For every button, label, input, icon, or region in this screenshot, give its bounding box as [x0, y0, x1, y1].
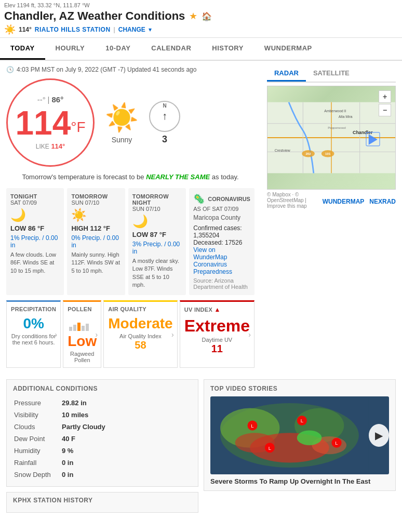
wind-speed: 3 — [149, 134, 180, 145]
humidity-label: Humidity — [14, 445, 61, 456]
rainfall-value: 0 in — [62, 457, 191, 468]
deceased-count: Deceased: 17526 — [193, 239, 250, 246]
conditions-table: Pressure 29.82 in Visibility 10 miles Cl… — [13, 396, 192, 481]
pressure-value: 29.82 in — [62, 397, 191, 408]
additional-title: ADDITIONAL CONDITIONS — [13, 385, 192, 392]
precipitation-arrow[interactable]: › — [55, 330, 58, 339]
ambient-temp: 86° — [52, 95, 64, 104]
header: Elev 1194 ft, 33.32 °N, 111.87 °W Chandl… — [0, 0, 402, 38]
temp-value: 114 — [15, 104, 71, 142]
visibility-row: Visibility 10 miles — [14, 409, 191, 420]
condition-label: Sunny — [105, 136, 139, 144]
forecast-text: Tomorrow's temperature is forecast to be… — [6, 173, 254, 181]
svg-text:L: L — [251, 423, 253, 429]
rainfall-row: Rainfall 0 in — [14, 457, 191, 468]
uv-arrow[interactable]: › — [248, 330, 251, 339]
air-quality-index-value: 58 — [108, 339, 172, 351]
wind-display: N ↑ 3 — [149, 101, 180, 145]
uv-alert-icon: ▲ — [214, 306, 220, 313]
weather-display: --° | 86° 114°F LIKE 114° ☀️ Sunny — [6, 78, 254, 167]
forecast-card-tonight: TONIGHT SAT 07/09 🌙 LOW 86 °F 1% Precip.… — [6, 188, 64, 295]
coronavirus-title: CORONAVIRUS — [208, 196, 250, 202]
video-map-visual: L L L L — [210, 396, 369, 474]
wundermap-link[interactable]: View on WunderMap — [193, 246, 250, 261]
map-svg: 101 202 Chandler Alta Mira Amberwood II … — [267, 86, 395, 189]
bottom-row: ADDITIONAL CONDITIONS Pressure 29.82 in … — [0, 379, 402, 518]
corona-source: Source: Arizona Department of Health — [193, 277, 250, 290]
air-quality-title: AIR QUALITY — [108, 306, 172, 312]
temperature-circle: --° | 86° 114°F LIKE 114° — [6, 78, 95, 167]
chevron-down-icon[interactable]: ▾ — [149, 26, 152, 33]
wundermap-link[interactable]: WUNDERMAP — [323, 198, 365, 205]
favorite-icon[interactable]: ★ — [189, 10, 197, 22]
zoom-out-button[interactable]: − — [379, 104, 391, 116]
dew-ambient: --° | 86° — [15, 95, 85, 104]
map-section: RADAR SATELLITE — [267, 66, 396, 209]
clouds-value: Partly Cloudy — [62, 421, 191, 432]
video-section: TOP VIDEO STORIES L L L — [204, 379, 396, 491]
additional-conditions: ADDITIONAL CONDITIONS Pressure 29.82 in … — [6, 379, 198, 487]
tab-today[interactable]: TODAY — [0, 38, 45, 60]
uv-title: UV INDEX ▲ — [184, 306, 250, 313]
right-panel: RADAR SATELLITE — [261, 61, 402, 379]
map-tab-radar[interactable]: RADAR — [267, 66, 306, 82]
zoom-in-button[interactable]: + — [379, 90, 391, 103]
pollen-arrow[interactable]: › — [96, 330, 98, 339]
humidity-row: Humidity 9 % — [14, 445, 191, 456]
card-title-tonight: TONIGHT — [10, 193, 60, 200]
tab-calendar[interactable]: CALENDAR — [141, 38, 202, 60]
card-precip-tomorrow[interactable]: 0% Precip. / 0.00 in — [71, 234, 120, 249]
visibility-label: Visibility — [14, 409, 61, 420]
video-title: TOP VIDEO STORIES — [210, 385, 389, 392]
kphx-title: KPHX STATION HISTORY — [13, 497, 192, 504]
card-title-tom-night: TOMORROW NIGHT — [132, 193, 182, 206]
play-button[interactable]: ▶ — [369, 424, 389, 447]
main-temperature: 114°F — [15, 104, 85, 142]
tab-hourly[interactable]: HOURLY — [45, 38, 96, 60]
snow-depth-row: Snow Depth 0 in — [14, 469, 191, 480]
svg-text:Pepperwood: Pepperwood — [328, 126, 346, 129]
dew-point-row: Dew Point 40 F — [14, 433, 191, 444]
svg-text:Amberwood II: Amberwood II — [324, 109, 346, 113]
uv-index-panel: UV INDEX ▲ Extreme Daytime UV 11 › — [180, 300, 254, 368]
air-quality-panel: AIR QUALITY Moderate Air Quality Index 5… — [103, 300, 177, 368]
video-story-title: Severe Storms To Ramp Up Overnight In Th… — [210, 477, 389, 485]
preparedness-link[interactable]: Coronavirus Preparedness — [193, 261, 250, 275]
uv-daytime-value: 11 — [184, 343, 250, 355]
tab-10day[interactable]: 10-DAY — [95, 38, 141, 60]
snow-depth-value: 0 in — [62, 469, 191, 480]
dew-point-label: Dew Point — [14, 433, 61, 444]
pollen-panel: POLLEN Low Ragweed Pollen › — [63, 300, 101, 368]
svg-text:L: L — [335, 440, 338, 446]
card-icon-tomorrow: ☀️ — [71, 208, 120, 222]
card-desc-tomorrow: Mainly sunny. High 112F. Winds SW at 5 t… — [71, 251, 120, 275]
svg-text:L: L — [301, 418, 303, 423]
change-link[interactable]: CHANGE — [118, 26, 145, 33]
map-tabs: RADAR SATELLITE — [267, 66, 396, 83]
tab-history[interactable]: HISTORY — [202, 38, 254, 60]
map-tab-satellite[interactable]: SATELLITE — [306, 66, 357, 82]
card-precip-tonight[interactable]: 1% Precip. / 0.00 in — [10, 234, 60, 249]
clouds-row: Clouds Partly Cloudy — [14, 421, 191, 432]
station-name[interactable]: RIALTO HILLS STATION — [35, 26, 111, 33]
forecast-prefix: Tomorrow's temperature is forecast to be — [22, 173, 144, 181]
svg-text:101: 101 — [325, 152, 331, 155]
map-container: 101 202 Chandler Alta Mira Amberwood II … — [267, 86, 396, 190]
air-quality-arrow[interactable]: › — [171, 330, 174, 339]
like-label: LIKE — [36, 143, 49, 150]
confirmed-cases: Confirmed cases: 1,355204 — [193, 224, 250, 239]
card-precip-tom-night[interactable]: 3% Precip. / 0.00 in — [132, 241, 182, 255]
forecast-card-tomorrow: TOMORROW SUN 07/10 ☀️ HIGH 112 °F 0% Pre… — [67, 188, 125, 295]
coronavirus-icon: 🦠 — [193, 193, 205, 205]
compass-n-label: N — [163, 103, 166, 109]
video-thumbnail[interactable]: L L L L ▶ — [210, 396, 389, 474]
card-temp-tonight: LOW 86 °F — [10, 224, 60, 232]
tab-wundermap[interactable]: WUNDERMAP — [254, 38, 323, 60]
home-icon[interactable]: 🏠 — [202, 11, 212, 21]
card-date-tonight: SAT 07/09 — [10, 200, 60, 206]
nexrad-link[interactable]: NEXRAD — [369, 198, 396, 205]
main-content: 🕓 4:03 PM MST on July 9, 2022 (GMT -7) U… — [0, 61, 402, 379]
humidity-value: 9 % — [62, 445, 191, 456]
forecast-highlight: NEARLY THE SAME — [146, 173, 210, 181]
svg-point-33 — [297, 430, 322, 445]
